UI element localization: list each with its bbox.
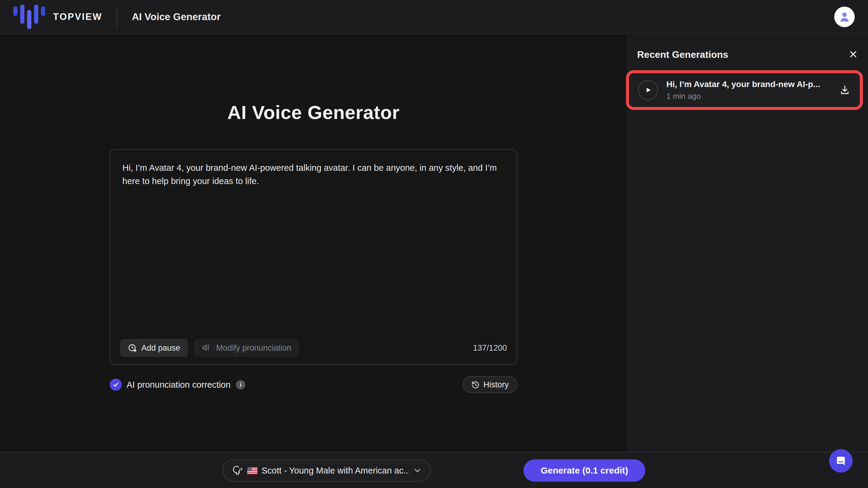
waveform-bar — [34, 4, 38, 24]
char-counter: 137/1200 — [473, 344, 507, 353]
waveform-bar — [13, 6, 18, 16]
generation-time: 1 min ago — [666, 92, 830, 101]
script-editor-box: Hi, I’m Avatar 4, your brand-new AI-powe… — [110, 149, 517, 365]
ai-correction-group: AI pronunciation correction i — [110, 379, 245, 391]
page-title: AI Voice Generator — [0, 101, 627, 123]
waveform-bar — [27, 10, 31, 29]
us-flag-icon — [247, 467, 257, 475]
generation-title: Hi, I’m Avatar 4, your brand-new AI-p... — [666, 79, 830, 89]
panel-header: Recent Generations ✕ — [627, 35, 868, 61]
history-icon — [471, 381, 480, 389]
generate-button[interactable]: Generate (0.1 credit) — [524, 459, 645, 482]
waveform-bar — [41, 6, 45, 16]
play-button[interactable] — [638, 80, 658, 100]
history-button[interactable]: History — [463, 376, 517, 393]
generation-meta: Hi, I’m Avatar 4, your brand-new AI-p...… — [666, 79, 830, 101]
clock-plus-icon — [128, 344, 137, 353]
modify-pronunciation-button[interactable]: Modify pronunciation — [194, 339, 299, 357]
recent-generations-panel: Recent Generations ✕ Hi, I’m Avatar 4, y… — [627, 35, 868, 488]
check-icon — [113, 381, 119, 388]
speaker-wave-icon — [202, 343, 212, 353]
account-avatar[interactable] — [834, 7, 855, 27]
chat-bubble-icon — [835, 455, 847, 467]
add-pause-label: Add pause — [141, 344, 180, 353]
waveform-logo-icon — [13, 4, 45, 29]
options-row: AI pronunciation correction i History — [110, 376, 517, 393]
add-pause-button[interactable]: Add pause — [120, 339, 188, 357]
annotation-highlight: Hi, I’m Avatar 4, your brand-new AI-p...… — [626, 70, 863, 110]
download-button[interactable] — [839, 84, 851, 96]
person-icon — [838, 10, 851, 24]
chat-launcher-button[interactable] — [829, 449, 852, 473]
bottom-bar: Scott - Young Male with American ac... G… — [0, 452, 868, 488]
ai-correction-label: AI pronunciation correction — [127, 380, 230, 390]
script-input[interactable]: Hi, I’m Avatar 4, your brand-new AI-powe… — [110, 150, 517, 318]
chevron-down-icon — [413, 466, 421, 475]
voice-label: Scott - Young Male with American ac... — [261, 466, 409, 476]
generation-card[interactable]: Hi, I’m Avatar 4, your brand-new AI-p...… — [629, 73, 860, 107]
app-header: TOPVIEW AI Voice Generator — [0, 0, 868, 34]
close-icon[interactable]: ✕ — [847, 48, 859, 61]
play-icon — [644, 86, 652, 94]
brand-name: TOPVIEW — [53, 11, 102, 22]
header-page-title: AI Voice Generator — [132, 11, 221, 23]
info-icon[interactable]: i — [236, 380, 245, 390]
modify-pronunciation-label: Modify pronunciation — [216, 344, 291, 353]
voice-selector[interactable]: Scott - Young Male with American ac... — [222, 459, 431, 482]
history-label: History — [484, 380, 509, 390]
panel-title: Recent Generations — [637, 49, 728, 60]
header-divider — [117, 6, 117, 28]
waveform-bar — [20, 4, 24, 24]
speaking-head-icon — [232, 465, 243, 476]
brand-logo[interactable]: TOPVIEW — [13, 4, 102, 29]
editor-toolbar: Add pause Modify pronunciation 137/1200 — [120, 339, 507, 357]
download-icon — [839, 84, 851, 96]
main-area: AI Voice Generator Hi, I’m Avatar 4, you… — [0, 35, 627, 488]
ai-correction-checkbox[interactable] — [110, 379, 122, 391]
